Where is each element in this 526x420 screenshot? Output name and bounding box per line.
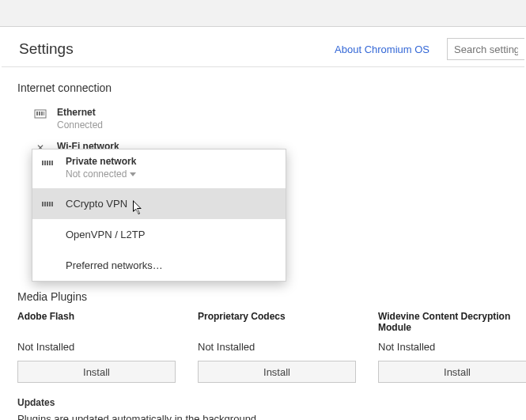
page-title: Settings — [19, 40, 335, 58]
svg-rect-7 — [47, 161, 48, 165]
install-button[interactable]: Install — [198, 361, 356, 383]
ethernet-icon — [33, 108, 47, 119]
private-network-status-text: Not connected — [66, 168, 127, 181]
settings-header: Settings About Chromium OS — [2, 27, 524, 67]
plugin-name: Adobe Flash — [17, 311, 176, 333]
dropdown-item-preferred-networks[interactable]: Preferred networks… — [32, 250, 286, 281]
svg-rect-14 — [51, 202, 53, 206]
private-network-dropdown: Private network Not connected CCrypto VP… — [32, 149, 286, 282]
search-input[interactable] — [447, 38, 524, 60]
plugin-proprietary-codecs: Proprietary Codecs Not Installed Install — [198, 311, 356, 383]
ethernet-item[interactable]: Ethernet Connected — [33, 104, 509, 138]
private-network-name: Private network — [66, 156, 136, 168]
plugin-status: Not Installed — [17, 341, 176, 353]
svg-rect-13 — [49, 202, 51, 206]
svg-rect-12 — [47, 202, 48, 206]
install-button[interactable]: Install — [378, 361, 526, 383]
window-topbar — [0, 0, 526, 27]
plugin-status: Not Installed — [378, 341, 526, 353]
dropdown-item-label: Preferred networks… — [66, 259, 163, 271]
install-button[interactable]: Install — [17, 361, 176, 383]
plugin-name: Widevine Content Decryption Module — [378, 311, 526, 333]
svg-rect-1 — [36, 112, 38, 115]
svg-rect-9 — [51, 161, 53, 165]
about-link[interactable]: About Chromium OS — [335, 44, 430, 55]
svg-rect-2 — [39, 112, 40, 115]
dropdown-item-openvpn[interactable]: OpenVPN / L2TP — [32, 219, 286, 250]
vpn-icon — [42, 157, 56, 168]
media-section-title: Media Plugins — [17, 290, 509, 303]
svg-rect-10 — [42, 202, 44, 206]
svg-rect-11 — [44, 202, 46, 206]
plugins-row: Adobe Flash Not Installed Install Propri… — [17, 311, 509, 383]
plugin-status: Not Installed — [198, 341, 356, 353]
ethernet-name: Ethernet — [57, 107, 103, 119]
private-network-status: Not connected — [66, 168, 136, 181]
svg-rect-5 — [42, 161, 44, 165]
private-network-header[interactable]: Private network Not connected — [32, 149, 286, 188]
dropdown-item-ccrypto-vpn[interactable]: CCrypto VPN — [32, 188, 286, 219]
content-area: Internet connection Ethernet Connected ✕… — [0, 67, 526, 420]
ethernet-status: Connected — [57, 119, 103, 132]
dropdown-item-label: CCrypto VPN — [66, 198, 127, 210]
vpn-icon — [42, 199, 56, 210]
svg-rect-8 — [49, 161, 51, 165]
updates-title: Updates — [17, 397, 509, 408]
dropdown-item-label: OpenVPN / L2TP — [66, 229, 145, 240]
chevron-down-icon — [130, 172, 136, 176]
plugin-adobe-flash: Adobe Flash Not Installed Install — [17, 311, 176, 383]
updates-description: Plugins are updated automatically in the… — [17, 413, 509, 420]
svg-rect-3 — [41, 112, 43, 115]
svg-rect-6 — [44, 161, 46, 165]
internet-section-title: Internet connection — [17, 81, 509, 94]
svg-rect-4 — [44, 112, 44, 115]
plugin-widevine: Widevine Content Decryption Module Not I… — [378, 311, 526, 383]
plugin-name: Proprietary Codecs — [198, 311, 356, 333]
